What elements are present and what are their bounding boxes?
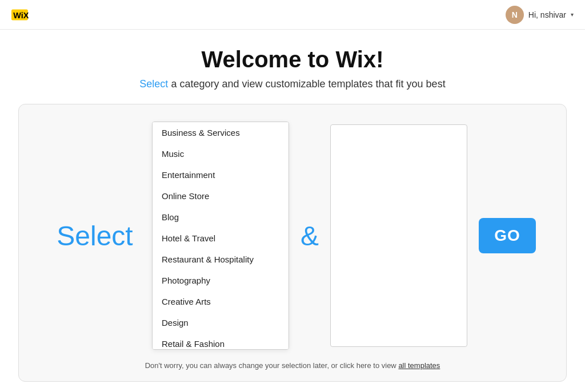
ampersand-symbol: &	[300, 220, 319, 252]
logo: WiX	[11, 6, 30, 24]
selectors-row: Select Business & ServicesMusicEntertain…	[30, 122, 555, 350]
category-dropdown[interactable]: Business & ServicesMusicEntertainmentOnl…	[152, 122, 289, 350]
app-header: WiX N Hi, nshivar ▾	[0, 0, 585, 30]
second-dropdown[interactable]	[330, 124, 467, 347]
go-button[interactable]: GO	[479, 218, 536, 253]
selection-card: Select Business & ServicesMusicEntertain…	[18, 104, 567, 382]
page-title: Welcome to Wix!	[202, 47, 384, 72]
list-item[interactable]: Online Store	[153, 185, 289, 207]
subtitle-select: Select	[139, 78, 168, 90]
list-item[interactable]: Restaurant & Hospitality	[153, 249, 289, 270]
page-subtitle: Select a category and view customizable …	[139, 78, 445, 90]
list-item[interactable]: Business & Services	[153, 122, 289, 143]
list-item[interactable]: Design	[153, 312, 289, 333]
wix-logo-icon: WiX	[11, 6, 30, 24]
list-item[interactable]: Music	[153, 143, 289, 164]
first-select-placeholder[interactable]: Select	[49, 220, 141, 252]
svg-text:WiX: WiX	[13, 10, 29, 19]
list-item[interactable]: Retail & Fashion	[153, 333, 289, 350]
list-item[interactable]: Hotel & Travel	[153, 228, 289, 249]
chevron-down-icon: ▾	[571, 11, 574, 18]
all-templates-link[interactable]: all templates	[398, 361, 440, 370]
user-menu[interactable]: N Hi, nshivar ▾	[506, 6, 574, 24]
list-item[interactable]: Photography	[153, 270, 289, 291]
main-content: Welcome to Wix! Select a category and vi…	[0, 30, 585, 392]
avatar: N	[506, 6, 524, 24]
list-item[interactable]: Blog	[153, 207, 289, 228]
list-item[interactable]: Entertainment	[153, 164, 289, 185]
subtitle-rest: a category and view customizable templat…	[168, 78, 445, 90]
list-item[interactable]: Creative Arts	[153, 291, 289, 312]
footer-note: Don't worry, you can always change your …	[145, 361, 440, 370]
user-greeting: Hi, nshivar	[528, 10, 566, 19]
